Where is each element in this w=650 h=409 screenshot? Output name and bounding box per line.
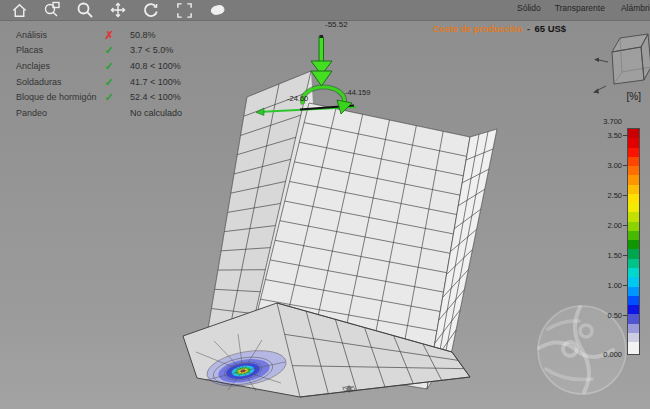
result-row-buckling: Pandeo No calculado (16, 105, 182, 121)
cost-value: 65 US$ (534, 23, 566, 34)
result-label: Placas (16, 45, 96, 55)
navigation-cube[interactable] (593, 34, 650, 94)
check-icon: ✓ (96, 77, 122, 87)
result-row-concrete-block: Bloque de hormigón ✓ 52.4 < 100% (16, 89, 182, 105)
legend-max: 3.700 (578, 117, 622, 126)
legend-tick: 1.00 (582, 281, 622, 290)
result-value: 50.8% (122, 30, 182, 40)
cost-label: Coste de producción (433, 24, 523, 34)
result-row-anchors: Anclajes ✓ 40.8 < 100% (16, 58, 182, 74)
result-label: Soldaduras (16, 77, 96, 87)
cost-banner: Coste de producción - 65 US$ (392, 23, 607, 34)
check-icon: ✓ (96, 61, 122, 71)
result-value: 41.7 < 100% (122, 77, 182, 87)
legend-tick: 0.50 (582, 311, 622, 320)
result-label: Análisis (16, 30, 96, 40)
load-label-moment: -44.159 (345, 88, 370, 97)
result-value: 3.7 < 5.0% (122, 45, 182, 55)
legend-unit: [%] (600, 91, 641, 102)
load-label-horizontal-force: -24.60 (287, 94, 308, 103)
results-panel: Análisis ✗ 50.8% Placas ✓ 3.7 < 5.0% Anc… (16, 27, 182, 121)
legend-color-bar (627, 128, 640, 355)
result-value: No calculado (122, 108, 182, 118)
load-label-vertical-force: -55.52 (325, 20, 348, 29)
result-label: Pandeo (16, 108, 96, 118)
app-window: Sólido Transparente Alámbrico (0, 0, 650, 409)
check-icon: ✓ (96, 92, 122, 102)
result-row-analysis: Análisis ✗ 50.8% (16, 27, 182, 43)
legend-tick: 1.50 (582, 251, 622, 260)
legend-tick: 3.50 (582, 131, 622, 140)
result-value: 40.8 < 100% (122, 61, 182, 71)
result-label: Anclajes (16, 61, 96, 71)
legend-tick: 2.50 (582, 191, 622, 200)
result-row-welds: Soldaduras ✓ 41.7 < 100% (16, 74, 182, 90)
cost-separator: - (527, 24, 530, 34)
check-icon: ✓ (96, 45, 122, 55)
result-label: Bloque de hormigón (16, 92, 96, 102)
legend-tick: 3.00 (582, 161, 622, 170)
result-value: 52.4 < 100% (122, 92, 182, 102)
result-row-plates: Placas ✓ 3.7 < 5.0% (16, 43, 182, 59)
legend-min: 0.000 (578, 350, 622, 359)
fail-icon: ✗ (96, 30, 122, 40)
legend-tick: 2.00 (582, 221, 622, 230)
force-arrow (311, 35, 332, 86)
